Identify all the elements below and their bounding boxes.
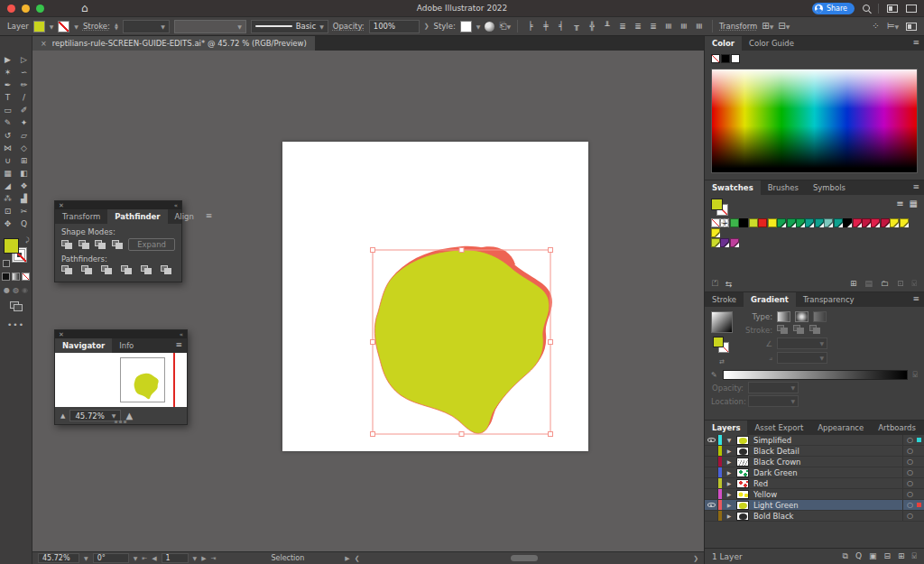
target-circle-icon[interactable]: ○ <box>902 511 917 521</box>
stroke-within-icon[interactable] <box>777 325 789 335</box>
visibility-toggle[interactable] <box>705 446 718 456</box>
resize-grip[interactable]: ▪▪▪ <box>114 418 127 424</box>
merge-button[interactable] <box>101 265 113 275</box>
chevron-right-icon[interactable]: ▶ <box>722 458 736 465</box>
gradient-eyedropper-icon[interactable]: ✎ <box>711 371 717 379</box>
swatch[interactable] <box>730 218 739 227</box>
new-swatch-icon[interactable]: ⊡ <box>897 279 904 289</box>
document-tab[interactable]: × reptilians-rule-SCREEN-GUIDE-EDITS.ai*… <box>32 36 315 51</box>
tool-gradient[interactable]: ◧ <box>18 167 31 179</box>
tab-gradient[interactable]: Gradient <box>744 292 796 307</box>
gradient-slider[interactable] <box>723 370 908 380</box>
swatch[interactable] <box>711 238 720 247</box>
distribute-center-h-icon[interactable]: ≣ <box>678 22 690 31</box>
chevron-down-icon[interactable]: ▼ <box>74 23 79 30</box>
tab-pathfinder[interactable]: Pathfinder <box>107 209 167 224</box>
align-top-icon[interactable]: ╥ <box>570 22 583 31</box>
transform-options-icon[interactable]: ⊞▼ <box>762 22 773 31</box>
swatch[interactable] <box>796 218 805 227</box>
layer-row-simplified[interactable]: ▼Simplified○ <box>705 435 924 446</box>
fill-color-swatch[interactable] <box>33 21 45 32</box>
target-circle-icon[interactable]: ○ <box>902 435 917 445</box>
tool-paintbrush[interactable]: ✐ <box>18 104 31 116</box>
status-prev-icon[interactable]: ❮ <box>355 555 360 562</box>
canvas[interactable]: ✕« TransformPathfinderAlign≡ Shape Modes… <box>32 51 704 551</box>
select-similar-icon[interactable]: ⊨▼ <box>887 22 899 31</box>
tool-selection[interactable]: ▶ <box>2 53 14 65</box>
tool-pen[interactable]: ✒ <box>2 79 14 90</box>
more-options-arrow[interactable]: ❯ <box>424 23 430 30</box>
chevron-right-icon[interactable]: ▶ <box>722 513 736 519</box>
layer-row-light-green[interactable]: ▶Light Green○ <box>705 500 924 511</box>
chevron-right-icon[interactable]: ▶ <box>722 491 736 497</box>
swatch[interactable] <box>862 218 871 227</box>
tab-color[interactable]: Color <box>705 36 742 51</box>
visibility-toggle[interactable] <box>705 511 718 521</box>
expand-button[interactable]: Expand <box>128 238 175 251</box>
gradient-button[interactable] <box>12 273 20 281</box>
brush-definition-dropdown[interactable]: Basic▼ <box>251 20 328 33</box>
tab-appearance[interactable]: Appearance <box>810 421 871 435</box>
stroke-along-icon[interactable] <box>793 325 805 335</box>
layer-name[interactable]: Black Detail <box>753 447 799 456</box>
swatch[interactable] <box>749 218 758 227</box>
tool-artboard[interactable]: ⊡ <box>2 205 14 217</box>
close-tab-icon[interactable]: × <box>41 40 47 48</box>
tab-stroke[interactable]: Stroke <box>705 292 744 307</box>
distribute-left-icon[interactable]: ≣ <box>662 22 675 31</box>
chevron-down-icon[interactable]: ▼ <box>722 437 736 443</box>
target-circle-icon[interactable]: ○ <box>902 500 917 510</box>
recolor-artwork-icon[interactable] <box>485 22 494 32</box>
swatch[interactable] <box>834 218 843 227</box>
tool-direct-selection[interactable]: ▷ <box>18 53 31 65</box>
artboard-number-field[interactable]: 1 <box>162 553 189 563</box>
exclude-button[interactable] <box>112 240 121 250</box>
tab-symbols[interactable]: Symbols <box>806 180 853 195</box>
stroke-across-icon[interactable] <box>809 325 821 335</box>
delete-stop-icon[interactable]: ⍌ <box>913 370 918 380</box>
panel-menu-icon[interactable]: ≡ <box>201 209 217 224</box>
chevron-down-icon[interactable]: ▼ <box>193 555 198 561</box>
tool-column-graph[interactable]: ▟ <box>18 192 31 204</box>
panel-menu-icon[interactable]: ≡ <box>908 180 924 195</box>
layer-name[interactable]: Dark Green <box>753 468 798 477</box>
opacity-dropdown[interactable]: ▼ <box>748 382 799 393</box>
scrollbar-thumb[interactable] <box>511 555 538 561</box>
zoom-level-field[interactable]: 45.72% <box>38 553 79 563</box>
white-swatch[interactable] <box>731 54 740 63</box>
layer-row-black-detail[interactable]: ▶Black Detail○ <box>705 446 924 457</box>
panel-menu-icon[interactable]: ≡ <box>171 338 187 353</box>
none-swatch[interactable] <box>711 54 720 63</box>
tab-transform[interactable]: Transform <box>55 209 107 224</box>
locate-object-icon[interactable]: Q <box>855 551 862 561</box>
collect-for-export-icon[interactable]: ⧉ <box>842 551 847 561</box>
target-circle-icon[interactable]: ○ <box>902 478 917 488</box>
tool-rectangle[interactable]: ▭ <box>2 104 14 116</box>
next-artboard-icon[interactable]: ▶ <box>201 555 206 562</box>
width-profile-dropdown[interactable]: ▼ <box>174 20 246 33</box>
angle-dropdown[interactable]: ▼ <box>777 337 827 349</box>
layer-row-yellow[interactable]: ▶Yellow○ <box>705 489 924 500</box>
color-spectrum[interactable] <box>711 69 918 173</box>
opacity-field[interactable]: 100% <box>369 20 420 33</box>
swatch[interactable] <box>730 238 739 247</box>
layer-name[interactable]: Red <box>753 479 768 488</box>
swatch-libraries-icon[interactable]: ⏍ <box>712 279 718 289</box>
home-icon[interactable]: ⌂ <box>81 3 88 14</box>
collapse-panel-icon[interactable]: « <box>180 331 183 338</box>
tab-navigator[interactable]: Navigator <box>55 338 112 353</box>
swatch[interactable] <box>843 218 852 227</box>
tool-free-transform[interactable]: ◇ <box>18 142 31 153</box>
distribute-center-v-icon[interactable]: ≣ <box>632 22 644 31</box>
search-icon[interactable] <box>863 5 870 12</box>
fill-proxy[interactable] <box>4 238 19 254</box>
swatch[interactable] <box>777 218 786 227</box>
tool-slice[interactable]: ✂ <box>18 205 31 217</box>
layer-name[interactable]: Light Green <box>753 501 799 510</box>
location-dropdown[interactable]: ▼ <box>748 395 799 407</box>
crop-button[interactable] <box>121 265 133 275</box>
distribute-right-icon[interactable]: ≣ <box>693 22 706 31</box>
freeform-gradient-button[interactable] <box>813 311 827 322</box>
swap-fill-stroke-icon[interactable]: ⤸ <box>25 236 29 244</box>
last-artboard-icon[interactable]: ⇥ <box>211 555 217 562</box>
